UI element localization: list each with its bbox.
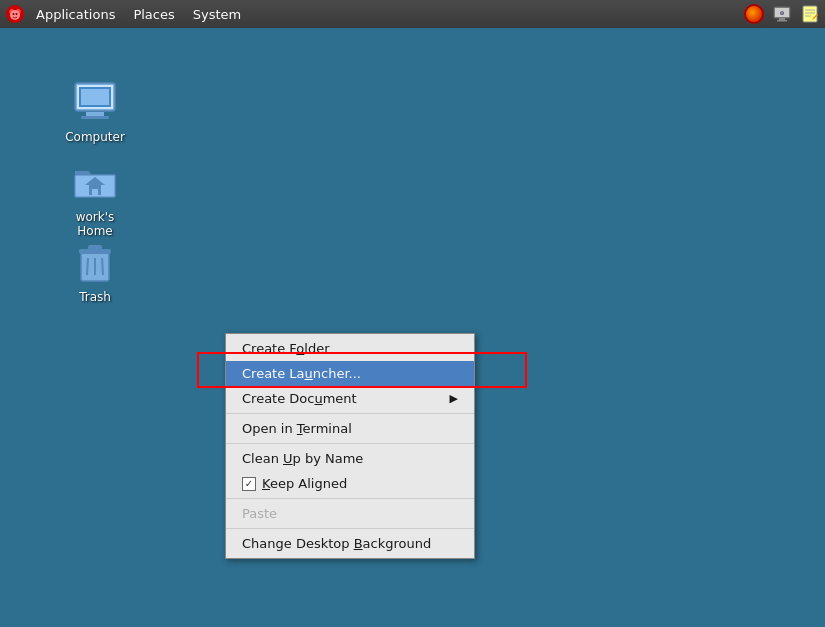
ctx-clean-up[interactable]: Clean Up by Name	[226, 446, 474, 471]
computer-icon[interactable]: Computer	[55, 73, 135, 149]
system-menu[interactable]: System	[185, 5, 249, 24]
ctx-open-terminal[interactable]: Open in Terminal	[226, 416, 474, 441]
svg-rect-8	[779, 18, 785, 20]
works-home-icon[interactable]: work's Home	[55, 153, 135, 243]
svg-point-5	[16, 13, 18, 15]
svg-line-30	[102, 258, 103, 275]
desktop: Computer work's Home	[0, 28, 825, 627]
ctx-sep2	[226, 443, 474, 444]
ctx-create-launcher-label: Create Launcher...	[242, 366, 361, 381]
network-icon[interactable]: ⊕	[771, 3, 793, 25]
svg-rect-27	[88, 245, 102, 250]
ctx-sep3	[226, 498, 474, 499]
ctx-change-bg[interactable]: Change Desktop Background	[226, 531, 474, 556]
svg-rect-20	[81, 89, 109, 105]
ctx-sep1	[226, 413, 474, 414]
ctx-create-document[interactable]: Create Document ▶	[226, 386, 474, 411]
svg-rect-11	[803, 6, 817, 22]
keep-aligned-checkbox: ✓	[242, 477, 256, 491]
computer-label: Computer	[59, 129, 131, 145]
ctx-keep-aligned[interactable]: ✓ Keep Aligned	[226, 471, 474, 496]
ctx-open-terminal-label: Open in Terminal	[242, 421, 352, 436]
svg-text:⊕: ⊕	[779, 9, 784, 16]
menubar-right: ⊕	[743, 3, 821, 25]
svg-rect-24	[92, 189, 98, 195]
trash-icon-img	[71, 237, 119, 285]
context-menu: Create Folder Create Launcher... Create …	[225, 333, 475, 559]
firefox-icon[interactable]	[743, 3, 765, 25]
svg-line-28	[87, 258, 88, 275]
edit-note-icon[interactable]	[799, 3, 821, 25]
ctx-create-folder[interactable]: Create Folder	[226, 336, 474, 361]
computer-icon-img	[71, 77, 119, 125]
ctx-create-document-label: Create Document	[242, 391, 357, 406]
places-menu[interactable]: Places	[125, 5, 182, 24]
ctx-paste-label: Paste	[242, 506, 277, 521]
svg-rect-9	[777, 20, 787, 22]
svg-rect-17	[86, 112, 104, 116]
works-home-icon-img	[71, 157, 119, 205]
svg-point-4	[13, 13, 15, 15]
svg-point-3	[10, 10, 20, 20]
ctx-sep4	[226, 528, 474, 529]
ctx-clean-up-label: Clean Up by Name	[242, 451, 363, 466]
ctx-keep-aligned-label: Keep Aligned	[262, 476, 347, 491]
ctx-paste: Paste	[226, 501, 474, 526]
ctx-create-launcher[interactable]: Create Launcher...	[226, 361, 474, 386]
ctx-change-bg-label: Change Desktop Background	[242, 536, 431, 551]
ctx-create-folder-label: Create Folder	[242, 341, 330, 356]
trash-icon[interactable]: Trash	[55, 233, 135, 309]
gnome-icon[interactable]	[4, 3, 26, 25]
applications-menu[interactable]: Applications	[28, 5, 123, 24]
submenu-arrow: ▶	[450, 392, 458, 405]
trash-label: Trash	[59, 289, 131, 305]
menubar: Applications Places System ⊕	[0, 0, 825, 28]
svg-rect-18	[81, 116, 109, 119]
